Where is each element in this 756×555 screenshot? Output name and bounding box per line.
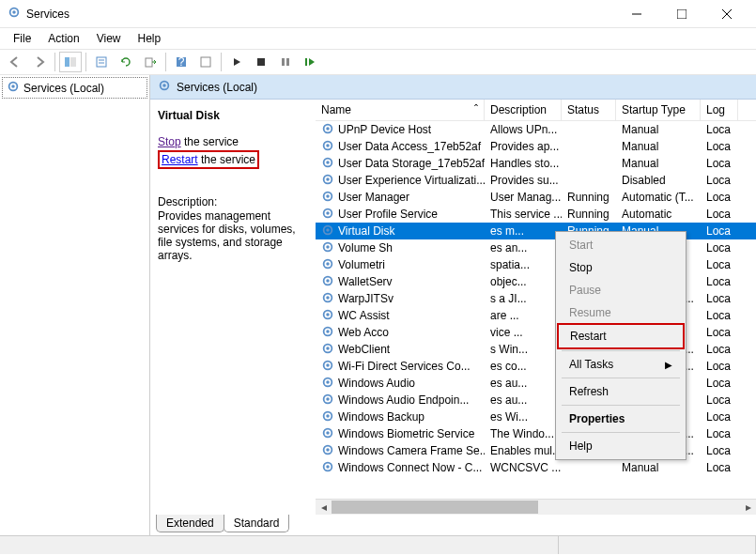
cell-name: Volume Sh bbox=[338, 241, 393, 254]
col-description[interactable]: Description bbox=[485, 100, 562, 120]
table-row[interactable]: User ManagerUser Manag...RunningAutomati… bbox=[316, 189, 756, 206]
table-row[interactable]: Wi-Fi Direct Services Co...es co...Manua… bbox=[316, 358, 756, 375]
table-row[interactable]: Windows Audioes au...RunningAutomaticLoc… bbox=[316, 375, 756, 392]
table-row[interactable]: WebClients Win...Manual (Trig...Loca bbox=[316, 341, 756, 358]
menu-item-properties[interactable]: Properties bbox=[558, 408, 684, 430]
cell-log: Loca bbox=[701, 275, 738, 288]
service-icon bbox=[321, 122, 334, 138]
cell-log: Loca bbox=[701, 427, 738, 440]
table-row[interactable]: User Profile ServiceThis service ...Runn… bbox=[316, 206, 756, 223]
minimize-button[interactable] bbox=[615, 0, 658, 28]
tab-extended[interactable]: Extended bbox=[156, 515, 224, 532]
pause-button[interactable] bbox=[274, 52, 297, 72]
scrollbar-horizontal[interactable]: ◂ ▸ bbox=[316, 499, 756, 515]
scroll-left-icon[interactable]: ◂ bbox=[316, 500, 332, 516]
submenu-arrow-icon: ▶ bbox=[665, 360, 672, 370]
play-button[interactable] bbox=[225, 52, 248, 72]
table-row[interactable]: WarpJITSvs a JI...Manual (Trig...Loca bbox=[316, 290, 756, 307]
menu-help[interactable]: Help bbox=[131, 30, 169, 47]
scroll-right-icon[interactable]: ▸ bbox=[740, 500, 756, 516]
restart-link[interactable]: Restart bbox=[162, 153, 198, 166]
back-button[interactable] bbox=[4, 52, 26, 72]
cell-log: Loca bbox=[701, 191, 738, 204]
detail-pane: Virtual Disk Stop the service Restart th… bbox=[150, 100, 316, 515]
restart-button[interactable] bbox=[299, 52, 321, 72]
svg-point-24 bbox=[326, 127, 330, 131]
svg-rect-17 bbox=[286, 58, 289, 66]
col-name[interactable]: Nameˆ bbox=[316, 100, 485, 120]
svg-point-44 bbox=[326, 296, 330, 300]
col-log[interactable]: Log bbox=[701, 100, 738, 120]
cell-name: WC Assist bbox=[338, 309, 390, 322]
col-startup[interactable]: Startup Type bbox=[616, 100, 701, 120]
cell-log: Loca bbox=[701, 444, 738, 457]
cell-desc: The Windo... bbox=[485, 427, 562, 440]
menu-separator bbox=[562, 405, 680, 406]
tree-pane: Services (Local) bbox=[0, 75, 150, 535]
table-row[interactable]: User Data Access_17eb52afProvides ap...M… bbox=[316, 138, 756, 155]
desc-text: Provides management services for disks, … bbox=[158, 209, 308, 262]
table-row[interactable]: Volume Shes an...ManualLoca bbox=[316, 239, 756, 256]
stop-button[interactable] bbox=[250, 52, 272, 72]
service-icon bbox=[321, 156, 334, 172]
table-row[interactable]: WalletServobjec...ManualLoca bbox=[316, 273, 756, 290]
svg-point-20 bbox=[11, 85, 15, 88]
table-row[interactable]: User Data Storage_17eb52afHandles sto...… bbox=[316, 155, 756, 172]
cell-desc: objec... bbox=[485, 275, 562, 288]
table-row[interactable]: WC Assistare ...RunningAutomaticLoca bbox=[316, 307, 756, 324]
cell-desc: Provides su... bbox=[485, 174, 562, 187]
service-icon bbox=[321, 207, 334, 223]
scroll-thumb[interactable] bbox=[332, 501, 538, 514]
cell-log: Loca bbox=[701, 360, 738, 373]
table-row[interactable]: Windows Connect Now - C...WCNCSVC ...Man… bbox=[316, 459, 756, 476]
cell-name: User Data Access_17eb52af bbox=[338, 140, 481, 153]
service-icon bbox=[321, 240, 334, 256]
table-row[interactable]: Windows Backupes Wi...ManualLoca bbox=[316, 409, 756, 425]
table-row[interactable]: UPnP Device HostAllows UPn...ManualLoca bbox=[316, 121, 756, 138]
stop-link[interactable]: Stop bbox=[158, 135, 181, 148]
svg-point-48 bbox=[326, 330, 330, 333]
menu-action[interactable]: Action bbox=[40, 30, 86, 47]
refresh-button[interactable] bbox=[115, 52, 137, 72]
info-button[interactable] bbox=[194, 52, 217, 72]
tab-standard[interactable]: Standard bbox=[224, 515, 290, 532]
menu-item-all-tasks[interactable]: All Tasks▶ bbox=[558, 353, 684, 376]
menu-item-help[interactable]: Help bbox=[558, 435, 684, 457]
cell-desc: es co... bbox=[485, 360, 562, 373]
show-hide-button[interactable] bbox=[59, 52, 82, 72]
cell-name: User Experience Virtualizati... bbox=[338, 174, 485, 187]
cell-desc: s Win... bbox=[485, 343, 562, 356]
table-row[interactable]: Windows Camera Frame Se...Enables mul...… bbox=[316, 442, 756, 459]
menu-item-restart[interactable]: Restart bbox=[557, 323, 685, 349]
desc-label: Description: bbox=[158, 195, 308, 208]
cell-desc: Enables mul... bbox=[485, 444, 562, 457]
export-button[interactable] bbox=[139, 52, 162, 72]
table-row[interactable]: Windows Audio Endpoin...es au...RunningA… bbox=[316, 392, 756, 409]
service-icon bbox=[321, 173, 334, 189]
body: Services (Local) Services (Local) Virtua… bbox=[0, 75, 756, 535]
menu-item-stop[interactable]: Stop bbox=[558, 256, 684, 279]
service-icon bbox=[321, 308, 334, 324]
menu-view[interactable]: View bbox=[89, 30, 129, 47]
table-row[interactable]: Volumetrispatia...ManualLoca bbox=[316, 256, 756, 273]
menu-file[interactable]: File bbox=[6, 30, 39, 47]
svg-rect-7 bbox=[70, 57, 76, 67]
cell-log: Loca bbox=[701, 224, 738, 238]
maximize-button[interactable] bbox=[660, 0, 703, 28]
cell-name: Windows Camera Frame Se... bbox=[338, 444, 485, 457]
tree-root[interactable]: Services (Local) bbox=[2, 77, 147, 99]
table-row[interactable]: Web Accovice ...RunningManualLoca bbox=[316, 324, 756, 341]
svg-point-60 bbox=[326, 431, 330, 435]
cell-desc: User Manag... bbox=[485, 191, 562, 204]
close-button[interactable] bbox=[705, 0, 748, 28]
menu-item-refresh[interactable]: Refresh bbox=[558, 380, 684, 403]
table-row[interactable]: User Experience Virtualizati...Provides … bbox=[316, 172, 756, 189]
properties-button[interactable] bbox=[90, 52, 113, 72]
col-status[interactable]: Status bbox=[562, 100, 616, 120]
svg-rect-3 bbox=[677, 9, 687, 19]
table-row[interactable]: Windows Biometric ServiceThe Windo...Run… bbox=[316, 425, 756, 442]
table-row[interactable]: Virtual Diskes m...RunningManualLoca bbox=[316, 223, 756, 239]
forward-button[interactable] bbox=[28, 52, 51, 72]
help-button[interactable]: ? bbox=[170, 52, 193, 72]
service-icon bbox=[321, 190, 334, 206]
